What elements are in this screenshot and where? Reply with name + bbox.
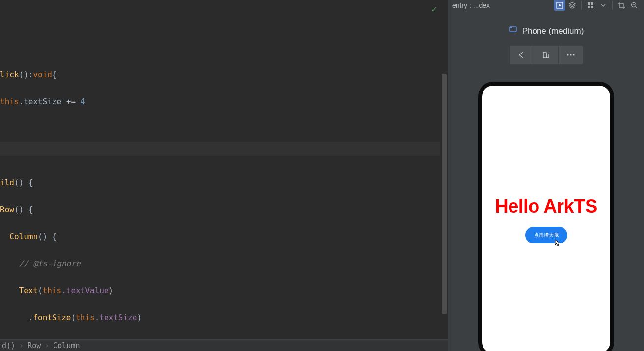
svg-rect-3 xyxy=(591,2,593,5)
more-button[interactable] xyxy=(559,46,583,64)
preview-header: entry : ...dex xyxy=(448,0,644,11)
layers-icon[interactable] xyxy=(566,0,578,11)
device-label: Phone (medium) xyxy=(448,11,644,42)
svg-line-7 xyxy=(636,7,638,9)
breadcrumb-item[interactable]: Row xyxy=(27,341,41,350)
svg-rect-11 xyxy=(543,52,546,58)
device-screen[interactable]: Hello ArkTS 点击增大哦 xyxy=(482,86,610,351)
breadcrumb: d() › Row › Column xyxy=(0,339,448,351)
svg-point-13 xyxy=(567,54,568,55)
svg-rect-4 xyxy=(588,6,590,8)
svg-rect-2 xyxy=(588,2,590,5)
breadcrumb-item[interactable]: Column xyxy=(53,341,80,350)
svg-rect-12 xyxy=(546,54,549,58)
chevron-right-icon: › xyxy=(45,341,49,350)
chevron-right-icon: › xyxy=(19,341,24,350)
device-frame: Hello ArkTS 点击增大哦 xyxy=(478,82,614,351)
preview-text: Hello ArkTS xyxy=(495,196,597,217)
svg-rect-9 xyxy=(510,27,516,32)
crop-icon[interactable] xyxy=(616,0,627,11)
svg-point-15 xyxy=(573,54,574,55)
preview-title: entry : ...dex xyxy=(452,1,551,9)
device-frame-wrap: Hello ArkTS 点击增大哦 xyxy=(448,64,644,351)
svg-rect-10 xyxy=(510,27,512,28)
cursor-icon xyxy=(555,239,561,248)
inspector-icon[interactable] xyxy=(554,0,565,11)
dropdown-icon[interactable] xyxy=(597,0,609,11)
previewer-pane: entry : ...dex xyxy=(448,0,644,351)
preview-controls xyxy=(448,46,644,64)
code-editor-pane: ✓ lick():void{ this.textSize += 4 ild() … xyxy=(0,0,448,351)
analysis-ok-icon[interactable]: ✓ xyxy=(431,2,437,16)
device-name: Phone (medium) xyxy=(522,27,584,36)
zoom-out-icon[interactable] xyxy=(628,0,640,11)
breadcrumb-item[interactable]: d() xyxy=(2,341,15,350)
svg-point-14 xyxy=(570,54,571,55)
rotate-button[interactable] xyxy=(534,46,559,64)
preview-button[interactable]: 点击增大哦 xyxy=(525,227,567,243)
device-phone-icon xyxy=(509,26,517,37)
code-editor[interactable]: ✓ lick():void{ this.textSize += 4 ild() … xyxy=(0,0,448,339)
back-button[interactable] xyxy=(510,46,534,64)
grid-icon[interactable] xyxy=(585,0,596,11)
svg-point-1 xyxy=(559,4,561,6)
svg-rect-5 xyxy=(591,6,593,8)
